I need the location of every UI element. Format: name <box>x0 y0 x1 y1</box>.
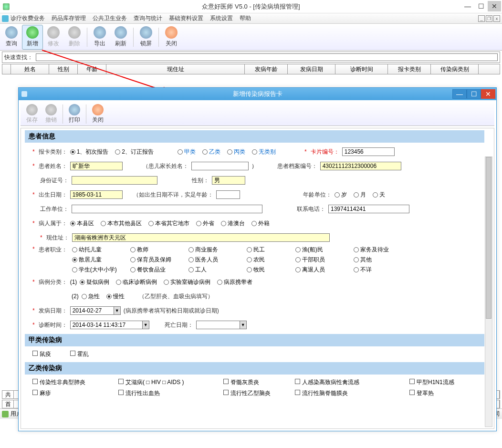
chk-cholera[interactable]: 霍乱 <box>70 350 89 358</box>
mdi-close-icon[interactable]: x <box>493 15 500 22</box>
radio-job[interactable]: 散居儿童 <box>72 256 121 264</box>
chk-yi[interactable]: 甲型H1N1流感 <box>409 378 476 386</box>
radio-job[interactable]: 教师 <box>130 246 179 254</box>
radio-job[interactable]: 餐饮食品业 <box>130 266 179 274</box>
radio-lab[interactable]: 实验室确诊病例 <box>164 278 210 286</box>
modal-max-button[interactable]: ☐ <box>467 89 481 99</box>
column-header[interactable]: 诊断时间 <box>335 64 388 74</box>
death-date-combo[interactable]: ▼ <box>196 321 247 329</box>
diag-time-combo[interactable]: ▼ <box>70 321 149 329</box>
menu-item[interactable]: 基础资料设置 <box>169 14 203 22</box>
radio-revise-report[interactable]: 2、订正报告 <box>115 148 154 156</box>
chk-yi[interactable]: 流行性脑脊髓膜炎 <box>295 389 400 397</box>
toolbar-add-button[interactable]: 新增 <box>22 25 43 50</box>
chk-yi[interactable]: 麻疹 <box>32 389 109 397</box>
toolbar-export-button[interactable]: 导出 <box>89 25 110 50</box>
radio-suspect[interactable]: 疑似病例 <box>80 278 109 286</box>
menu-item[interactable]: 系统设置 <box>210 14 233 22</box>
card-no-input[interactable] <box>342 147 395 156</box>
radio-job[interactable]: 牧民 <box>247 266 286 274</box>
radio-city[interactable]: 本市其他县区 <box>101 219 142 228</box>
radio-job[interactable]: 幼托儿童 <box>72 246 121 254</box>
column-header[interactable]: 姓名 <box>11 64 49 74</box>
radio-month[interactable]: 月 <box>354 191 366 199</box>
toolbar-close-button[interactable]: 关闭 <box>161 25 182 50</box>
chk-yi[interactable]: 艾滋病( □ HIV □ AIDS ) <box>118 378 214 386</box>
birth-input[interactable] <box>70 190 123 199</box>
radio-first-report[interactable]: 1、初次报告 <box>70 148 109 156</box>
radio-acute[interactable]: 急性 <box>82 292 100 301</box>
radio-province[interactable]: 本省其它地市 <box>148 219 189 228</box>
menu-item[interactable]: 查询与统计 <box>134 14 162 22</box>
radio-job[interactable]: 民工 <box>247 246 286 254</box>
name-input[interactable] <box>70 162 123 170</box>
chk-yi[interactable]: 流行性乙型脑炎 <box>223 389 285 397</box>
modal-scrollbar[interactable] <box>485 156 492 427</box>
radio-cat-b[interactable]: 乙类 <box>202 148 220 156</box>
mdi-min-icon[interactable]: _ <box>478 15 485 22</box>
parent-input[interactable] <box>191 162 249 170</box>
radio-carrier[interactable]: 病原携带者 <box>217 278 252 286</box>
modal-scroll[interactable]: 患者信息 *报卡类别： 1、初次报告 2、订正报告 甲类 乙类 丙类 无类别 *… <box>21 128 494 429</box>
radio-year[interactable]: 岁 <box>335 191 347 199</box>
age-input[interactable] <box>216 190 240 199</box>
radio-other-prov[interactable]: 外省 <box>196 219 214 228</box>
quick-search-input[interactable] <box>36 53 498 61</box>
radio-job[interactable]: 家务及待业 <box>354 246 402 254</box>
radio-clinical[interactable]: 临床诊断病例 <box>116 278 157 286</box>
radio-cat-c[interactable]: 丙类 <box>227 148 245 156</box>
column-header[interactable]: 性别 <box>49 64 78 74</box>
radio-job[interactable]: 保育员及保姆 <box>130 256 179 264</box>
radio-job[interactable]: 干部职员 <box>295 256 344 264</box>
radio-job[interactable]: 离退人员 <box>295 266 344 274</box>
radio-job[interactable]: 渔(船)民 <box>295 246 344 254</box>
column-header[interactable]: 报卡类别 <box>388 64 431 74</box>
column-header[interactable]: 年龄 <box>78 64 106 74</box>
modal-print-button[interactable]: 打印 <box>65 103 84 125</box>
tel-input[interactable] <box>328 205 409 213</box>
column-header[interactable]: 现住址 <box>106 64 245 74</box>
mdi-restore-icon[interactable]: ❐ <box>486 15 492 22</box>
menu-item[interactable]: 诊疗收费业务 <box>10 14 45 22</box>
radio-hk[interactable]: 港澳台 <box>221 219 245 228</box>
radio-job[interactable]: 农民 <box>247 256 286 264</box>
close-button[interactable]: ✕ <box>488 1 501 11</box>
radio-local[interactable]: 本县区 <box>70 219 94 228</box>
toolbar-lock-button[interactable]: 锁屏 <box>136 25 157 50</box>
modal-undo-button[interactable]: 撤销 <box>42 103 61 125</box>
chk-plague[interactable]: 鼠疫 <box>32 350 51 358</box>
modal-close-button[interactable]: ✕ <box>481 89 495 99</box>
column-header[interactable]: 传染病类别 <box>431 64 479 74</box>
column-header[interactable]: 发病日期 <box>288 64 335 74</box>
chk-yi[interactable]: 流行性出血热 <box>118 389 214 397</box>
menu-item[interactable]: 药品库存管理 <box>52 14 86 22</box>
file-input[interactable] <box>320 162 401 170</box>
radio-cat-none[interactable]: 无类别 <box>252 148 276 156</box>
toolbar-refresh-button[interactable]: 刷新 <box>110 25 131 50</box>
id-input[interactable] <box>72 176 157 185</box>
modal-min-button[interactable]: — <box>452 89 467 99</box>
chk-yi[interactable]: 人感染高致病性禽流感 <box>295 378 400 386</box>
radio-chronic[interactable]: 慢性 <box>106 292 125 301</box>
column-header[interactable]: 发病年龄 <box>245 64 288 74</box>
menu-item[interactable]: 公共卫生业务 <box>93 14 127 22</box>
chk-yi[interactable]: 脊髓灰质炎 <box>223 378 285 386</box>
chk-yi[interactable]: 登革热 <box>409 389 476 397</box>
menu-item[interactable]: 帮助 <box>240 14 251 22</box>
radio-job[interactable]: 工人 <box>188 266 237 274</box>
radio-job[interactable]: 学生(大中小学) <box>72 266 121 274</box>
radio-job[interactable]: 医务人员 <box>188 256 237 264</box>
radio-job[interactable]: 商业服务 <box>188 246 237 254</box>
toolbar-del-button[interactable]: 删除 <box>64 25 85 50</box>
sex-input[interactable] <box>212 176 245 185</box>
addr-input[interactable] <box>72 233 330 242</box>
toolbar-search-button[interactable]: 查询 <box>1 25 22 50</box>
minimize-button[interactable]: — <box>461 1 474 11</box>
radio-foreign[interactable]: 外籍 <box>251 219 270 228</box>
modal-save-button[interactable]: 保存 <box>22 103 42 125</box>
modal-mclose-button[interactable]: 关闭 <box>88 103 107 125</box>
radio-job[interactable]: 其他 <box>354 256 402 264</box>
maximize-button[interactable]: ☐ <box>474 1 488 11</box>
toolbar-edit-button[interactable]: 修改 <box>43 25 64 50</box>
chk-yi[interactable]: 传染性非典型肺炎 <box>32 378 109 386</box>
